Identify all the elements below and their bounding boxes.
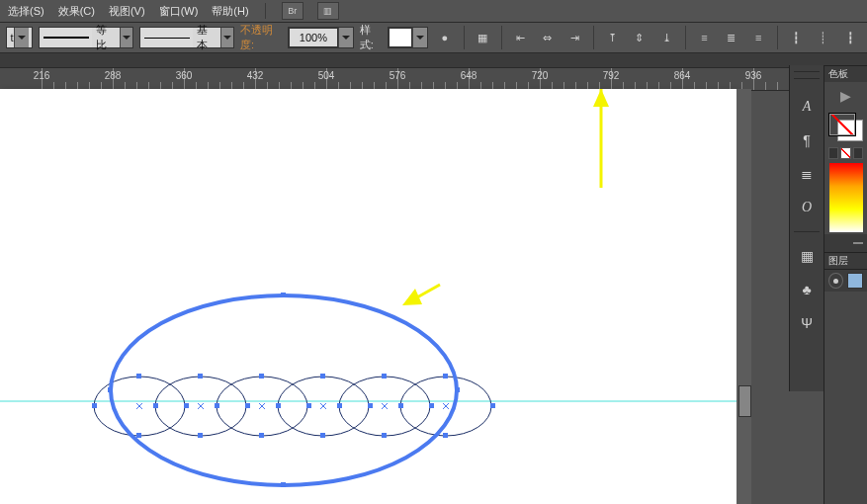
ruler-label: 936 [745,70,762,81]
opacity-field[interactable]: 100% [288,27,354,48]
symbols-panel-icon[interactable]: ♣ [794,278,820,301]
align-left-icon[interactable]: ⇤ [510,26,531,49]
align-bottom-icon[interactable]: ⤓ [655,26,676,49]
svg-rect-7 [455,387,460,392]
arrange-documents-icon[interactable]: ▥ [317,2,339,20]
svg-rect-25 [198,433,203,438]
distribute-h2-icon[interactable]: ≣ [721,26,741,49]
opacity-label: 不透明度: [240,23,282,52]
layer-row[interactable] [824,269,867,292]
visibility-toggle-icon[interactable] [828,273,843,289]
opacity-value[interactable]: 100% [289,28,338,47]
ruler-label: 864 [674,70,691,81]
ruler-label: 360 [176,70,193,81]
distribute-h3-icon[interactable]: ≡ [748,26,769,49]
brush-definition-label: 基本 [193,23,219,52]
fill-stroke-swatch[interactable] [829,114,863,141]
svg-rect-30 [382,374,387,378]
svg-rect-13 [245,403,250,408]
align-center-vertical-icon[interactable]: ⇕ [629,26,650,49]
annotation-arrow-1 [593,89,609,188]
svg-rect-27 [259,433,264,438]
svg-rect-26 [259,374,264,378]
menu-bar: 选择(S) 效果(C) 视图(V) 窗口(W) 帮助(H) Br ▥ [0,0,867,23]
distribute-v1-icon[interactable]: ┇ [786,26,807,49]
opentype-panel-icon[interactable]: ≣ [794,162,820,186]
menu-select[interactable]: 选择(S) [8,4,44,19]
options-bar: t 等比 基本 不透明度: 100% 样式: ● ▦ ⇤ ⇔ ⇥ ⤒ ⇕ ⤓ ≡… [0,23,867,53]
distribute-v3-icon[interactable]: ┇ [840,26,861,49]
stroke-profile-label: 等比 [92,23,119,52]
paragraph-panel-icon[interactable]: ¶ [794,128,820,152]
svg-rect-12 [153,403,158,408]
distribute-h1-icon[interactable]: ≡ [694,26,715,49]
svg-rect-29 [320,433,325,438]
layers-panel-tab[interactable]: 图层 [824,252,867,269]
svg-rect-6 [108,387,113,392]
dock-separator [794,231,820,232]
menu-view[interactable]: 视图(V) [109,4,145,19]
svg-rect-32 [443,374,448,378]
align-right-icon[interactable]: ⇥ [564,26,584,49]
svg-rect-28 [320,374,325,378]
ruler-label: 504 [318,70,335,81]
transform-panel-icon[interactable]: ▦ [794,244,820,268]
color-spectrum[interactable] [829,163,863,232]
stroke-profile-dropdown[interactable]: 等比 [39,27,133,48]
annotation-arrow-2 [402,285,440,305]
horizontal-ruler[interactable]: 216288360432504576648720792864936 [0,68,867,91]
separator [777,26,778,49]
separator [685,26,686,49]
align-center-horizontal-icon[interactable]: ⇔ [537,26,558,49]
unit-dropdown[interactable]: t [6,27,33,48]
svg-rect-11 [184,403,189,408]
dock-grip[interactable] [794,71,820,79]
ruler-label: 288 [105,70,122,81]
bridge-icon[interactable]: Br [282,2,303,20]
menu-help[interactable]: 帮助(H) [212,4,248,19]
svg-rect-22 [136,374,141,378]
svg-rect-21 [490,403,495,408]
canvas-drawing [0,89,737,504]
menu-effect[interactable]: 效果(C) [58,4,95,19]
selection-handles [92,293,495,487]
swatches-panel-tab[interactable]: 色板 [824,65,867,82]
brushes-panel-icon[interactable]: Ψ [794,311,820,335]
tab-strip [0,53,867,68]
separator [464,26,465,49]
menu-separator [265,3,266,19]
menu-window[interactable]: 窗口(W) [159,4,199,19]
character-panel-icon[interactable]: A [794,95,820,119]
ruler-label: 792 [603,70,620,81]
svg-rect-14 [215,403,219,408]
workspace [0,89,751,504]
right-panel-group: 色板 ▶ 图层 [824,65,867,504]
svg-rect-23 [136,433,141,438]
artboard[interactable] [0,89,737,504]
vertical-scrollbar[interactable] [737,89,751,504]
brush-definition-dropdown[interactable]: 基本 [139,27,234,48]
isolate-selection-icon[interactable]: ▦ [472,26,492,49]
ruler-label: 216 [34,70,50,81]
play-icon[interactable]: ▶ [840,88,851,104]
ruler-label: 432 [247,70,264,81]
collapsed-panel-dock: A ¶ ≣ O ▦ ♣ Ψ [789,65,824,391]
glyphs-panel-icon[interactable]: O [794,196,820,219]
svg-marker-47 [593,89,609,107]
separator [593,26,594,49]
svg-rect-15 [306,403,311,408]
distribute-v2-icon[interactable]: ┊ [813,26,833,49]
scrollbar-thumb[interactable] [738,385,751,417]
svg-rect-24 [198,374,203,378]
svg-rect-31 [382,433,387,438]
svg-rect-33 [443,433,448,438]
style-dropdown[interactable] [388,27,428,48]
sphere-icon[interactable]: ● [434,26,455,49]
align-top-icon[interactable]: ⤒ [602,26,623,49]
color-mode-buttons[interactable] [824,145,867,161]
svg-rect-16 [276,403,281,408]
svg-rect-18 [337,403,342,408]
svg-rect-19 [429,403,434,408]
ruler-label: 648 [461,70,477,81]
svg-rect-17 [368,403,373,408]
